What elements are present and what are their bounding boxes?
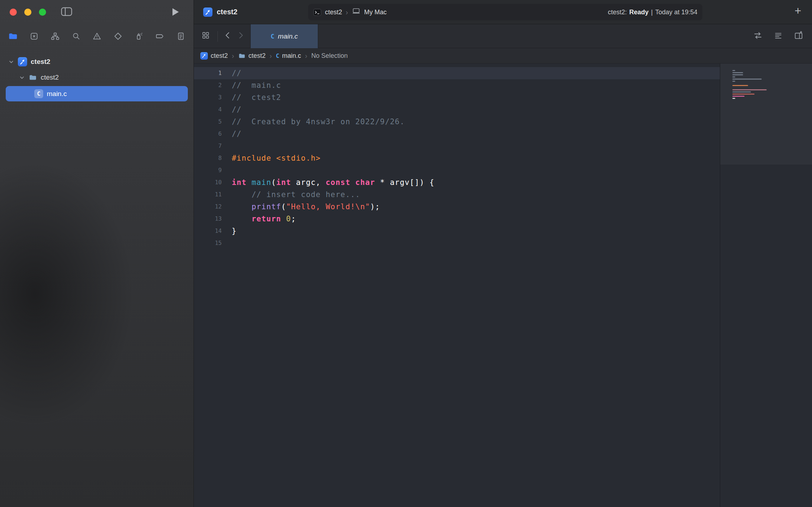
editor-actions xyxy=(753,31,803,40)
c-file-icon: C xyxy=(271,33,274,40)
code-text: int main(int argc, const char * argv[]) … xyxy=(232,176,435,189)
jumpbar-project[interactable]: ctest2 xyxy=(200,52,228,60)
editor-options-icon[interactable] xyxy=(773,31,783,40)
tree-row-project[interactable]: ctest2 xyxy=(0,54,194,70)
code-text: } xyxy=(232,225,237,237)
code-lines: 1//2// main.c3// ctest24//5// Created by… xyxy=(194,67,720,249)
line-number[interactable]: 1 xyxy=(194,67,222,79)
source-editor[interactable]: 1//2// main.c3// ctest24//5// Created by… xyxy=(194,64,720,507)
tab-main-c[interactable]: C main.c xyxy=(250,24,318,48)
code-line[interactable]: 9 xyxy=(194,164,720,176)
line-number[interactable]: 8 xyxy=(194,152,222,164)
jumpbar-label: ctest2 xyxy=(249,52,266,60)
code-line[interactable]: 14} xyxy=(194,225,720,237)
library-add-button[interactable]: + xyxy=(795,4,801,17)
code-text: // xyxy=(232,104,242,116)
jumpbar-group[interactable]: ctest2 xyxy=(238,52,266,60)
activity-status[interactable]: ctest2: Ready | Today at 19:54 xyxy=(608,9,697,16)
close-window-button[interactable] xyxy=(10,9,17,16)
jumpbar-file[interactable]: C main.c xyxy=(276,52,301,60)
code-line[interactable]: 11 // insert code here... xyxy=(194,189,720,201)
activity-scheme-pill: ctest2 › My Mac ctest2: Ready | Today at… xyxy=(308,4,702,20)
disclosure-chevron-icon[interactable] xyxy=(8,59,14,65)
go-back-icon[interactable] xyxy=(223,31,232,40)
code-line[interactable]: 1// xyxy=(194,67,720,79)
code-line[interactable]: 2// main.c xyxy=(194,79,720,91)
go-forward-icon[interactable] xyxy=(236,31,245,40)
minimap-bars xyxy=(732,70,767,100)
symbol-navigator-icon[interactable] xyxy=(50,31,60,41)
code-line[interactable]: 10int main(int argc, const char * argv[]… xyxy=(194,176,720,189)
xcode-project-icon xyxy=(18,57,27,66)
folder-icon xyxy=(238,52,246,60)
xcode-window: ctest2 ctest2 C main.c ctest2 xyxy=(0,0,812,507)
code-text: return 0; xyxy=(232,213,296,225)
status-divider: | xyxy=(651,9,653,16)
scheme-selector[interactable]: ctest2 xyxy=(313,8,342,16)
minimap[interactable] xyxy=(720,64,812,507)
run-destination-selector[interactable]: My Mac xyxy=(352,8,387,16)
jumpbar-selection[interactable]: No Selection xyxy=(311,52,348,60)
jumpbar-label: ctest2 xyxy=(211,52,228,60)
run-button[interactable] xyxy=(171,7,180,17)
code-line[interactable]: 12 printf("Hello, World!\n"); xyxy=(194,201,720,213)
code-line[interactable]: 7 xyxy=(194,140,720,152)
toggle-sidebar-button[interactable] xyxy=(61,7,72,17)
laptop-icon xyxy=(352,8,361,16)
code-line[interactable]: 3// ctest2 xyxy=(194,91,720,104)
breakpoint-navigator-icon[interactable] xyxy=(155,31,165,41)
add-editor-icon[interactable] xyxy=(794,31,803,40)
disclosure-chevron-icon[interactable] xyxy=(19,75,25,81)
line-number[interactable]: 13 xyxy=(194,213,222,225)
line-number[interactable]: 15 xyxy=(194,237,222,249)
line-number[interactable]: 14 xyxy=(194,225,222,237)
main-area: ctest2 ctest2 › My Mac ctest2: xyxy=(194,0,812,507)
line-number[interactable]: 2 xyxy=(194,79,222,91)
code-line[interactable]: 5// Created by 4nsw3r on 2022/9/26. xyxy=(194,116,720,128)
code-line[interactable]: 15 xyxy=(194,237,720,249)
code-line[interactable]: 6// xyxy=(194,128,720,140)
line-number[interactable]: 10 xyxy=(194,176,222,189)
source-control-navigator-icon[interactable] xyxy=(29,31,39,41)
navigator-sidebar: ctest2 ctest2 C main.c xyxy=(0,0,194,507)
line-number[interactable]: 5 xyxy=(194,116,222,128)
minimize-window-button[interactable] xyxy=(24,9,31,16)
code-line[interactable]: 8#include <stdio.h> xyxy=(194,152,720,164)
jumpbar-label: main.c xyxy=(282,52,301,60)
tree-label: ctest2 xyxy=(31,58,50,66)
tree-row-group[interactable]: ctest2 xyxy=(0,70,194,85)
debug-navigator-icon[interactable] xyxy=(134,31,144,41)
report-navigator-icon[interactable] xyxy=(176,31,186,41)
tab-overview-icon[interactable] xyxy=(201,31,210,40)
project-navigator-tree: ctest2 ctest2 C main.c xyxy=(0,48,194,101)
status-state: Ready xyxy=(629,9,648,16)
code-line[interactable]: 4// xyxy=(194,104,720,116)
chevron-right-icon: › xyxy=(304,52,308,60)
tree-row-file-selected[interactable]: C main.c xyxy=(6,86,188,101)
code-text: #include <stdio.h> xyxy=(232,152,321,164)
test-navigator-icon[interactable] xyxy=(113,31,123,41)
line-number[interactable]: 7 xyxy=(194,140,222,152)
issue-navigator-icon[interactable] xyxy=(92,31,102,41)
line-number[interactable]: 3 xyxy=(194,91,222,104)
jumpbar-label: No Selection xyxy=(311,52,348,60)
sidebar-icon xyxy=(61,7,72,17)
project-app-icon xyxy=(203,7,212,17)
line-number[interactable]: 4 xyxy=(194,104,222,116)
sidebar-toolbar xyxy=(0,0,194,24)
tree-label: main.c xyxy=(47,90,67,98)
find-navigator-icon[interactable] xyxy=(71,31,81,41)
c-file-icon: C xyxy=(276,52,279,59)
code-line[interactable]: 13 return 0; xyxy=(194,213,720,225)
project-navigator-icon[interactable] xyxy=(8,31,18,41)
code-text: // xyxy=(232,128,242,140)
line-number[interactable]: 11 xyxy=(194,189,222,201)
tree-label: ctest2 xyxy=(41,74,59,81)
scheme-target-icon xyxy=(313,8,321,16)
line-number[interactable]: 9 xyxy=(194,164,222,176)
window-controls xyxy=(0,9,46,16)
zoom-window-button[interactable] xyxy=(39,9,46,16)
code-review-icon[interactable] xyxy=(753,31,763,40)
line-number[interactable]: 12 xyxy=(194,201,222,213)
line-number[interactable]: 6 xyxy=(194,128,222,140)
